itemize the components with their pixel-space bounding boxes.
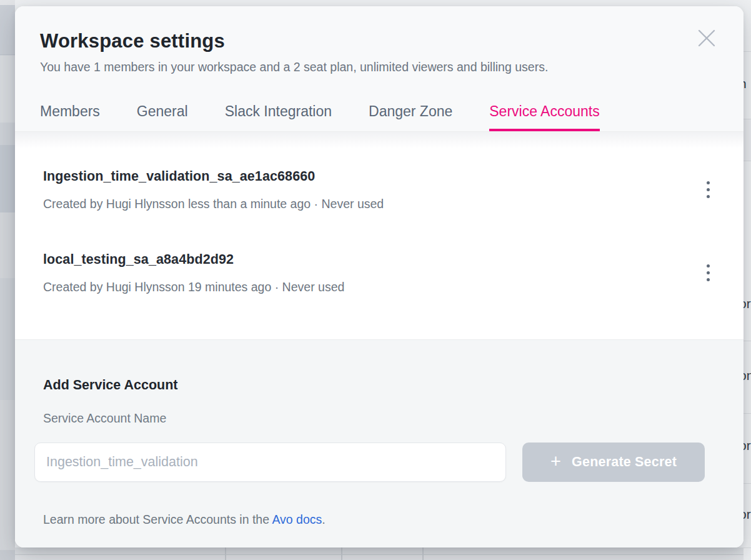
background-text-fragment: or [744, 438, 751, 453]
tab-service-accounts[interactable]: Service Accounts [489, 102, 599, 131]
background-row-band [0, 212, 15, 278]
workspace-summary-text: You have 1 members in your workspace and… [24, 59, 715, 75]
background-row-band [15, 555, 744, 560]
background-table-line [744, 483, 751, 484]
background-table-line [744, 119, 751, 119]
background-table-band [744, 119, 751, 161]
background-row-band [0, 56, 15, 122]
learn-more-prefix: Learn more about Service Accounts in the [43, 512, 272, 526]
learn-more-text: Learn more about Service Accounts in the… [34, 511, 720, 528]
tab-members[interactable]: Members [40, 102, 100, 131]
tab-general[interactable]: General [137, 102, 188, 131]
settings-tab-bar: Members General Slack Integration Danger… [24, 102, 715, 131]
background-table-line [744, 51, 751, 52]
add-service-account-form: + Generate Secret [34, 442, 720, 482]
service-account-name: local_testing_sa_a8a4bd2d92 [43, 251, 344, 268]
add-service-account-section: Add Service Account Service Account Name… [15, 339, 744, 548]
learn-more-suffix: . [322, 512, 325, 526]
service-account-meta: Created by Hugi Hlynsson less than a min… [43, 196, 384, 212]
background-row-band [0, 5, 15, 55]
background-text-fragment: or [744, 296, 751, 311]
background-page-bottom-edge [15, 548, 744, 560]
background-text-fragment: on [744, 368, 751, 383]
background-table-line [744, 341, 751, 341]
kebab-icon [707, 264, 710, 268]
background-page-left-edge [0, 0, 15, 560]
background-row-band [0, 145, 15, 212]
tab-danger-zone[interactable]: Danger Zone [369, 102, 452, 131]
background-column-divider [341, 548, 342, 560]
avo-docs-link[interactable]: Avo docs [272, 512, 322, 526]
generate-secret-button[interactable]: + Generate Secret [522, 442, 705, 482]
tab-slack-integration[interactable]: Slack Integration [225, 102, 332, 131]
background-row-band [0, 550, 15, 560]
background-page-right-edge: h or on or or [744, 0, 751, 560]
row-actions-menu-button[interactable] [701, 176, 715, 204]
service-account-info: Ingestion_time_validation_sa_ae1ac68660 … [43, 168, 384, 212]
header-scroll-shadow [15, 132, 744, 148]
modal-header: Workspace settings You have 1 members in… [15, 6, 744, 132]
background-column-divider [422, 548, 424, 560]
service-account-meta: Created by Hugi Hlynsson 19 minutes ago … [43, 279, 344, 295]
background-table-line [744, 161, 751, 161]
page-title: Workspace settings [24, 30, 715, 52]
kebab-icon [707, 188, 710, 191]
service-account-name: Ingestion_time_validation_sa_ae1ac68660 [43, 168, 384, 185]
service-account-info: local_testing_sa_a8a4bd2d92 Created by H… [43, 251, 344, 295]
background-row-band [0, 0, 15, 5]
background-row-band [0, 400, 15, 550]
generate-secret-label: Generate Secret [572, 454, 677, 470]
workspace-settings-modal: Workspace settings You have 1 members in… [15, 6, 744, 548]
kebab-icon [707, 181, 710, 184]
background-text-fragment: or [744, 507, 751, 522]
plus-icon: + [550, 452, 561, 471]
background-column-divider [225, 548, 226, 560]
kebab-icon [707, 271, 710, 274]
service-account-name-input[interactable] [34, 442, 506, 482]
kebab-icon [707, 195, 710, 198]
background-row-band [0, 278, 15, 400]
background-text-fragment: h [744, 76, 747, 91]
kebab-icon [707, 278, 710, 281]
background-table-line [744, 413, 751, 414]
section-heading: Add Service Account [34, 376, 720, 394]
close-icon [697, 29, 716, 48]
background-table-line [744, 548, 751, 548]
service-account-list: Ingestion_time_validation_sa_ae1ac68660 … [15, 148, 744, 334]
close-button[interactable] [697, 29, 716, 48]
background-row-band [0, 122, 15, 145]
service-account-name-label: Service Account Name [34, 410, 720, 426]
service-account-row: local_testing_sa_a8a4bd2d92 Created by H… [43, 251, 716, 295]
row-actions-menu-button[interactable] [701, 259, 715, 287]
service-account-row: Ingestion_time_validation_sa_ae1ac68660 … [43, 168, 716, 212]
